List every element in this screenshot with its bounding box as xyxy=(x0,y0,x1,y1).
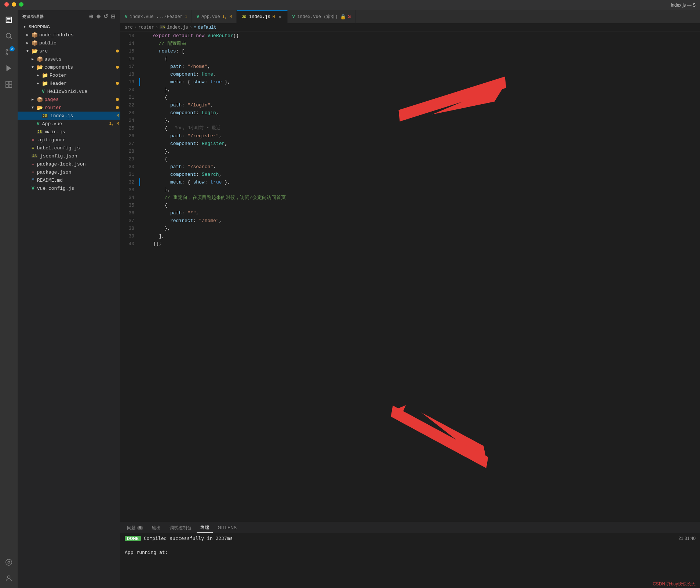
file-jsconfig[interactable]: ▶ JS jsconfig.json xyxy=(18,152,120,160)
collapse-icon[interactable]: ⊟ xyxy=(111,13,116,20)
code-line-16: { xyxy=(142,55,700,63)
activity-git[interactable]: 2 xyxy=(2,46,15,59)
new-folder-icon[interactable]: ⊕ xyxy=(96,13,101,20)
tab-mod: M xyxy=(273,15,275,19)
code-line-30: path: "/search", xyxy=(142,163,700,171)
panel-tab-problems[interactable]: 问题 9 xyxy=(123,523,147,533)
file-babel[interactable]: ▶ ≡ babel.config.js xyxy=(18,144,120,152)
project-name: SHOPPING xyxy=(29,25,50,29)
json-file-icon: ≡ xyxy=(32,170,34,175)
panel-tab-gitlens[interactable]: GITLENS xyxy=(214,524,240,532)
svg-point-2 xyxy=(6,53,8,55)
tab-label: index.vue .../Header xyxy=(130,14,183,19)
file-pages[interactable]: ▶ 📦 pages xyxy=(18,95,120,104)
sidebar: 资源管理器 ⊕ ⊕ ↺ ⊟ ▼ SHOPPING ▶ 📦 node_module… xyxy=(18,10,120,588)
breadcrumb-src[interactable]: src xyxy=(125,25,133,30)
svg-point-4 xyxy=(6,49,8,51)
code-line-28: }, xyxy=(142,148,700,155)
editor-area: V index.vue .../Header 1 V App.vue 1, M … xyxy=(120,10,700,588)
tab-index-js[interactable]: JS index.js M ✕ xyxy=(237,10,288,23)
panel-footer: CSDN @boy快快长大 xyxy=(120,580,700,588)
file-package-lock[interactable]: ▶ ≡ package-lock.json xyxy=(18,160,120,168)
new-file-icon[interactable]: ⊕ xyxy=(89,13,94,20)
file-readme[interactable]: ▶ M README.md xyxy=(18,176,120,184)
sidebar-header: 资源管理器 ⊕ ⊕ ↺ ⊟ xyxy=(18,10,120,23)
minimize-button[interactable] xyxy=(12,2,16,7)
code-line-18: component: Home, xyxy=(142,70,700,78)
editor-main: 13 14 15 16 17 18 19 20 21 22 23 24 25 2… xyxy=(120,32,700,522)
app-body: 2 资源管理器 ⊕ ⊕ ↺ ⊟ ▼ xyxy=(0,10,700,588)
file-public[interactable]: ▶ 📦 public xyxy=(18,39,120,47)
code-line-38: }, xyxy=(142,225,700,232)
svg-point-10 xyxy=(6,559,12,566)
svg-rect-7 xyxy=(9,81,12,84)
file-vue-config[interactable]: ▶ V vue.config.js xyxy=(18,184,120,192)
file-main-js[interactable]: ▶ JS main.js xyxy=(18,128,120,136)
svg-rect-9 xyxy=(9,85,12,87)
code-line-29: { xyxy=(142,155,700,163)
activity-openai[interactable] xyxy=(2,556,15,569)
folder-icon: 📦 xyxy=(37,97,43,103)
tab-index-vue-header[interactable]: V index.vue .../Header 1 xyxy=(120,10,192,23)
csdn-watermark: CSDN @boy快快长大 xyxy=(653,581,696,587)
code-editor[interactable]: 13 14 15 16 17 18 19 20 21 22 23 24 25 2… xyxy=(120,32,700,522)
line-numbers: 13 14 15 16 17 18 19 20 21 22 23 24 25 2… xyxy=(120,32,139,522)
project-root[interactable]: ▼ SHOPPING xyxy=(18,23,120,31)
svg-line-1 xyxy=(10,37,12,39)
file-index-js[interactable]: ▶ JS index.js M xyxy=(18,112,120,120)
folder-icon: 📦 xyxy=(32,40,38,46)
terminal-running-line: App running at: xyxy=(125,549,696,555)
panel-tab-terminal[interactable]: 终端 xyxy=(197,523,213,533)
file-header[interactable]: ▶ 📁 Header xyxy=(18,79,120,87)
file-node-modules[interactable]: ▶ 📦 node_modules xyxy=(18,31,120,39)
code-line-39: ], xyxy=(142,232,700,240)
vue-tab-icon: V xyxy=(292,14,295,19)
code-line-33: }, xyxy=(142,186,700,194)
sidebar-content: ▼ SHOPPING ▶ 📦 node_modules ▶ 📦 public ▼… xyxy=(18,23,120,588)
panel-tab-debug[interactable]: 调试控制台 xyxy=(166,523,195,533)
folder-open-icon: 📂 xyxy=(37,64,43,70)
folder-icon: 📁 xyxy=(42,80,48,87)
refresh-icon[interactable]: ↺ xyxy=(103,13,109,20)
breadcrumb-default[interactable]: default xyxy=(198,25,216,30)
activity-account[interactable] xyxy=(2,572,15,585)
git-file-icon: ◈ xyxy=(32,137,34,143)
code-line-32: meta: { show: true }, xyxy=(142,178,700,186)
code-line-25: { You, 1小时前 • 最近 xyxy=(142,124,700,132)
tab-badge: 1, M xyxy=(222,15,232,19)
close-button[interactable] xyxy=(4,2,9,7)
file-router[interactable]: ▼ 📂 router xyxy=(18,104,120,112)
activity-search[interactable] xyxy=(2,29,15,43)
file-gitignore[interactable]: ▶ ◈ .gitignore xyxy=(18,136,120,144)
panel-tab-output[interactable]: 输出 xyxy=(148,523,164,533)
window-controls[interactable] xyxy=(4,2,23,7)
tab-close-button[interactable]: ✕ xyxy=(277,14,283,20)
file-package-json[interactable]: ▶ ≡ package.json xyxy=(18,168,120,176)
panel-terminal-content: DONE Compiled successfully in 2237ms 21:… xyxy=(120,533,700,580)
activity-run[interactable] xyxy=(2,62,15,75)
vue-tab-icon: V xyxy=(196,14,199,19)
breadcrumb-router[interactable]: router xyxy=(138,25,154,30)
breadcrumb-file[interactable]: index.js xyxy=(167,25,188,30)
folder-icon: 📦 xyxy=(37,56,43,62)
maximize-button[interactable] xyxy=(19,2,23,7)
code-line-27: component: Register, xyxy=(142,140,700,148)
file-components[interactable]: ▼ 📂 components xyxy=(18,63,120,71)
code-line-26: path: "/register", xyxy=(142,132,700,140)
file-src[interactable]: ▼ 📂 src xyxy=(18,47,120,55)
file-app-vue[interactable]: ▶ V App.vue 1, M xyxy=(18,120,120,128)
file-footer[interactable]: ▶ 📁 Footer xyxy=(18,71,120,79)
done-badge: DONE xyxy=(125,536,141,541)
breadcrumb: src › router › JS index.js › ⊙ default xyxy=(120,23,700,32)
code-line-14: // 配置路由 xyxy=(142,40,700,47)
file-assets[interactable]: ▶ 📦 assets xyxy=(18,55,120,63)
activity-explorer[interactable] xyxy=(2,13,15,26)
js-tab-icon: JS xyxy=(241,15,247,19)
tab-app-vue[interactable]: V App.vue 1, M xyxy=(192,10,237,23)
activity-extensions[interactable] xyxy=(2,78,15,91)
code-line-13: export default new VueRouter({ xyxy=(142,32,700,40)
tab-index-vue-suoyin[interactable]: V index.vue (索引) 🔒 S xyxy=(288,10,356,23)
code-line-36: path: "*", xyxy=(142,209,700,217)
csdn-icon: S xyxy=(348,14,351,19)
file-helloworld[interactable]: ▶ V HelloWorld.vue xyxy=(18,87,120,95)
